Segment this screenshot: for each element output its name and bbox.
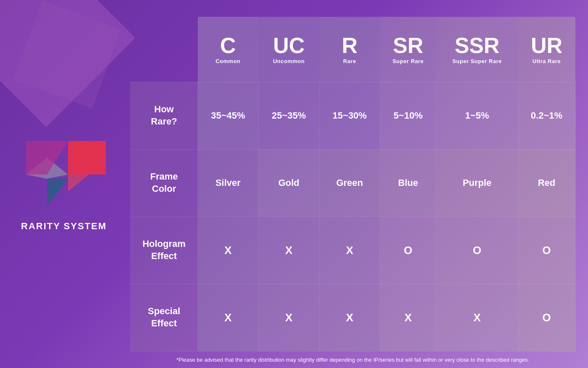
cell-frame-ssr: Purple	[436, 149, 518, 217]
cell-frame-ur: Red	[518, 149, 575, 217]
cell-hologram-ssr: O	[436, 217, 518, 284]
rarity-table: C Common UC Uncommon R Rare SR Super Rar…	[130, 17, 575, 352]
disclaimer-text: *Please be advised that the rarity distr…	[130, 352, 575, 365]
table-row-special-effect: SpecialEffect X X X X X O	[131, 284, 575, 351]
header-full-r: Rare	[323, 58, 376, 64]
header-abbr-uc: UC	[262, 34, 315, 56]
rarity-table-container: C Common UC Uncommon R Rare SR Super Rar…	[130, 17, 575, 352]
header-abbr-c: C	[202, 34, 255, 56]
row-label-special-effect: SpecialEffect	[131, 284, 198, 351]
header-sr: SR Super Rare	[380, 17, 436, 82]
cell-special-sr: X	[380, 284, 436, 351]
row-label-how-rare: HowRare?	[131, 82, 198, 149]
cell-special-uc: X	[258, 284, 319, 351]
cell-how-rare-ur: 0.2~1%	[518, 82, 575, 149]
header-abbr-r: R	[323, 34, 376, 56]
header-full-uc: Uncommon	[262, 58, 315, 64]
cell-hologram-sr: O	[380, 217, 436, 284]
logo-area: RARITY SYSTEM	[21, 137, 107, 232]
cell-frame-sr: Blue	[380, 149, 436, 217]
table-header-row: C Common UC Uncommon R Rare SR Super Rar…	[131, 17, 575, 82]
svg-marker-1	[47, 179, 68, 206]
header-ur: UR Ultra Rare	[518, 17, 575, 82]
cell-special-ssr: X	[436, 284, 518, 351]
logo-icon	[22, 137, 106, 212]
cell-hologram-ur: O	[518, 217, 575, 284]
cell-how-rare-sr: 5~10%	[380, 82, 436, 149]
header-c: C Common	[198, 17, 259, 82]
cell-frame-uc: Gold	[258, 149, 319, 217]
table-row-hologram-effect: HologramEffect X X X O O O	[131, 217, 575, 284]
table-row-how-rare: HowRare? 35~45% 25~35% 15~30% 5~10% 1~5%…	[131, 82, 575, 149]
cell-how-rare-c: 35~45%	[198, 82, 259, 149]
header-abbr-ur: UR	[522, 34, 571, 56]
header-full-ur: Ultra Rare	[522, 58, 571, 64]
header-full-sr: Super Rare	[384, 58, 432, 64]
svg-marker-3	[68, 175, 89, 191]
header-ssr: SSR Super Super Rare	[436, 17, 518, 82]
header-r: R Rare	[319, 17, 380, 82]
cell-frame-r: Green	[319, 149, 380, 217]
header-abbr-ssr: SSR	[440, 34, 514, 56]
cell-hologram-c: X	[198, 217, 259, 284]
header-full-ssr: Super Super Rare	[440, 58, 514, 64]
cell-special-ur: O	[518, 284, 575, 351]
cell-hologram-r: X	[319, 217, 380, 284]
logo-text: RARITY SYSTEM	[21, 221, 107, 232]
header-uc: UC Uncommon	[258, 17, 319, 82]
cell-how-rare-r: 15~30%	[319, 82, 380, 149]
main-content: C Common UC Uncommon R Rare SR Super Rar…	[130, 17, 575, 355]
cell-special-r: X	[319, 284, 380, 351]
header-abbr-sr: SR	[384, 34, 432, 56]
svg-marker-0	[68, 141, 106, 175]
cell-frame-c: Silver	[198, 149, 259, 217]
row-label-frame-color: FrameColor	[131, 149, 198, 217]
table-corner-cell	[131, 17, 198, 82]
cell-how-rare-uc: 25~35%	[258, 82, 319, 149]
cell-hologram-uc: X	[258, 217, 319, 284]
table-row-frame-color: FrameColor Silver Gold Green Blue Purple…	[131, 149, 575, 217]
header-full-c: Common	[202, 58, 255, 64]
cell-how-rare-ssr: 1~5%	[436, 82, 518, 149]
cell-special-c: X	[198, 284, 259, 351]
row-label-hologram-effect: HologramEffect	[131, 217, 198, 284]
